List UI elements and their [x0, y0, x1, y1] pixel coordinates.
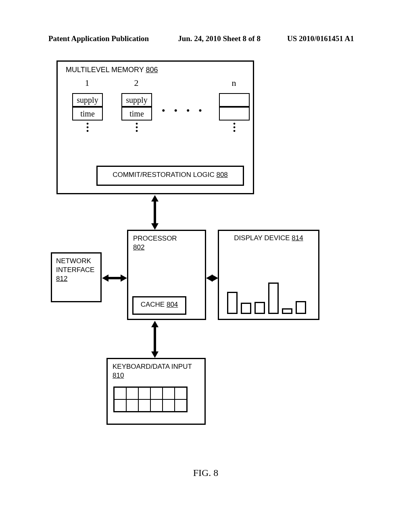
network-label1: NETWORK — [56, 257, 91, 265]
col-index-1: 1 — [81, 78, 93, 88]
header-mid: Jun. 24, 2010 Sheet 8 of 8 — [178, 34, 261, 43]
commit-restoration-box: COMMIT/RESTORATION LOGIC 808 — [96, 166, 244, 186]
vdots-icon: ●●● — [219, 121, 250, 134]
page-header: Patent Application Publication Jun. 24, … — [48, 34, 363, 43]
mem1-cell-supply: supply — [72, 93, 103, 107]
arrowhead-right-icon — [121, 274, 127, 282]
key-cell — [150, 387, 163, 399]
bar-1 — [227, 292, 238, 314]
key-cell — [163, 399, 175, 411]
memory-column-2: supply time ●●● — [121, 93, 152, 134]
key-cell — [126, 399, 138, 411]
memn-cell-blank2 — [219, 107, 250, 121]
key-cell — [175, 387, 187, 399]
arrow-memory-processor — [154, 201, 156, 223]
hdots-icon: ●●●● — [162, 107, 211, 113]
processor-label: PROCESSOR — [133, 235, 177, 242]
memory-column-1: supply time ●●● — [72, 93, 103, 134]
display-bar-chart — [227, 274, 312, 314]
col-index-2: 2 — [130, 78, 142, 88]
bar-4 — [268, 283, 279, 314]
key-cell — [150, 399, 163, 411]
memory-label: MULTILEVEL MEMORY — [66, 66, 144, 74]
display-title: DISPLAY DEVICE 814 — [219, 234, 318, 242]
cache-box: CACHE 804 — [132, 296, 186, 315]
commit-label: COMMIT/RESTORATION LOGIC — [113, 171, 215, 179]
keyboard-label: KEYBOARD/DATA INPUT — [113, 363, 192, 370]
processor-title: PROCESSOR 802 — [133, 234, 177, 252]
arrowhead-down-icon — [151, 223, 159, 230]
network-interface-box: NETWORK INTERFACE 812 — [51, 252, 102, 302]
key-cell — [138, 399, 150, 411]
arrowhead-left-icon — [102, 274, 108, 282]
vdots-icon: ●●● — [121, 121, 152, 134]
multilevel-memory-box: MULTILEVEL MEMORY 806 1 2 n supply time … — [56, 60, 254, 194]
bar-6 — [296, 301, 306, 314]
arrowhead-right-icon — [212, 274, 218, 282]
keyboard-grid — [113, 387, 188, 412]
processor-box: PROCESSOR 802 CACHE 804 — [127, 230, 206, 320]
arrow-processor-keyboard — [154, 326, 156, 351]
network-ref: 812 — [56, 275, 67, 283]
mem2-cell-time: time — [121, 107, 152, 121]
keyboard-ref: 810 — [113, 372, 124, 379]
key-cell — [138, 387, 150, 399]
bar-3 — [254, 302, 265, 314]
processor-ref: 802 — [133, 243, 144, 251]
memory-ref: 806 — [146, 66, 158, 74]
key-cell — [114, 387, 126, 399]
arrow-network-processor — [108, 277, 121, 279]
commit-ref: 808 — [216, 171, 227, 179]
figure-diagram: MULTILEVEL MEMORY 806 1 2 n supply time … — [48, 60, 363, 476]
header-right: US 2010/0161451 A1 — [287, 34, 354, 43]
mem1-cell-time: time — [72, 107, 103, 121]
network-label2: INTERFACE — [56, 266, 94, 274]
key-cell — [175, 399, 187, 411]
figure-label: FIG. 8 — [48, 468, 363, 478]
arrowhead-up-icon — [151, 195, 159, 202]
col-index-n: n — [228, 78, 240, 88]
network-title: NETWORK INTERFACE 812 — [56, 257, 94, 283]
memory-title: MULTILEVEL MEMORY 806 — [66, 66, 158, 74]
key-cell — [114, 399, 126, 411]
arrowhead-down-icon — [151, 351, 159, 358]
mem2-cell-supply: supply — [121, 93, 152, 107]
cache-ref: 804 — [167, 301, 178, 308]
vdots-icon: ●●● — [72, 121, 103, 134]
cache-label: CACHE — [141, 301, 165, 308]
header-left: Patent Application Publication — [48, 34, 149, 43]
keyboard-title: KEYBOARD/DATA INPUT 810 — [113, 362, 192, 380]
display-device-box: DISPLAY DEVICE 814 — [218, 230, 319, 320]
key-cell — [163, 387, 175, 399]
bar-5 — [282, 308, 292, 314]
bar-2 — [241, 303, 251, 314]
display-label: DISPLAY DEVICE — [234, 234, 290, 242]
arrowhead-up-icon — [151, 321, 159, 327]
key-cell — [126, 387, 138, 399]
memn-cell-blank1 — [219, 93, 250, 107]
display-ref: 814 — [292, 234, 303, 242]
keyboard-box: KEYBOARD/DATA INPUT 810 — [106, 358, 206, 425]
memory-column-n: ●●● — [219, 93, 250, 134]
